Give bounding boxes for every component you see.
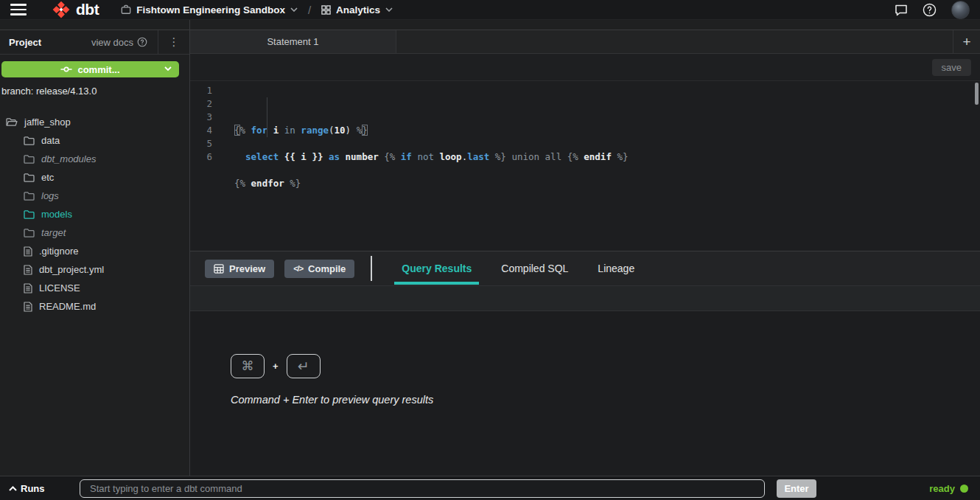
chat-icon[interactable]: [895, 4, 908, 16]
dbt-logo: dbt: [52, 0, 99, 19]
folder-icon: [24, 228, 35, 237]
main-top-spacer: [190, 20, 980, 30]
tree-item-label: README.md: [39, 301, 96, 312]
tree-item-label: dbt_project.yml: [39, 264, 104, 275]
workspace: Project view docs ⋮: [0, 20, 980, 476]
commit-button[interactable]: commit...: [1, 61, 179, 77]
project-selector[interactable]: Fishtown Engineering Sandbox: [121, 4, 298, 15]
folder-icon: [24, 209, 35, 219]
tree-item--gitignore[interactable]: .gitignore: [0, 242, 189, 260]
help-icon[interactable]: [923, 3, 937, 17]
new-tab-button[interactable]: +: [953, 30, 980, 53]
tree-item-dbt-project-yml[interactable]: dbt_project.yml: [0, 260, 189, 279]
tree-item-dbt-modules[interactable]: dbt_modules: [0, 150, 189, 168]
runs-toggle[interactable]: Runs: [9, 483, 80, 494]
results-header-divider: [371, 256, 372, 281]
chevron-up-icon: [9, 486, 17, 491]
line-number-gutter: 123456: [190, 81, 223, 251]
code-editor[interactable]: 123456 {% for i in range(10) %} select {…: [190, 81, 980, 251]
enter-key-icon: ↵: [287, 354, 321, 378]
chevron-down-icon: [290, 7, 298, 12]
runs-label: Runs: [21, 483, 45, 494]
tree-item-license[interactable]: LICENSE: [0, 279, 189, 297]
compile-button-label: Compile: [308, 263, 346, 274]
plus-separator: +: [273, 361, 279, 372]
folder-icon: [24, 173, 35, 182]
indent-guide: [267, 97, 267, 137]
code-line: {% endfor %}: [234, 177, 980, 190]
tree-item-logs[interactable]: logs: [0, 187, 189, 205]
tree-item-label: data: [41, 135, 60, 146]
view-docs-label: view docs: [91, 37, 133, 48]
commit-row: commit...: [0, 55, 189, 77]
tabbar-spacer: [396, 30, 953, 53]
line-number: 3: [190, 111, 212, 124]
file-icon: [24, 265, 32, 275]
environment-name: Analytics: [336, 4, 380, 15]
sidebar-header: Project view docs ⋮: [0, 30, 189, 55]
results-panel: Preview </> Compile Query ResultsCompile…: [190, 251, 980, 476]
line-number: 6: [190, 150, 212, 164]
folder-icon: [24, 154, 35, 164]
environment-selector[interactable]: Analytics: [321, 4, 393, 15]
status-dot: [960, 485, 968, 493]
breadcrumb-separator: /: [308, 4, 311, 16]
branch-label: branch: release/4.13.0: [1, 86, 189, 97]
tree-item-target[interactable]: target: [0, 223, 189, 242]
tree-item-data[interactable]: data: [0, 131, 189, 150]
tree-item-readme-md[interactable]: README.md: [0, 297, 189, 316]
status-indicator: ready: [929, 483, 968, 494]
tab-lineage[interactable]: Lineage: [598, 251, 634, 285]
folder-icon: [24, 136, 35, 145]
line-number: 1: [190, 84, 212, 97]
file-icon: [24, 246, 32, 257]
chevron-down-icon: [385, 7, 393, 12]
tree-item-label: dbt_modules: [41, 153, 96, 164]
editor-pane: Statement 1 + save 123456 {% for i in ra…: [190, 20, 980, 476]
hamburger-menu-icon[interactable]: [10, 4, 27, 15]
enter-button[interactable]: Enter: [777, 479, 816, 498]
editor-scrollbar[interactable]: [975, 83, 979, 105]
folder-open-icon: [6, 117, 18, 127]
sidebar-top-spacer: [0, 20, 189, 30]
preview-button[interactable]: Preview: [205, 260, 274, 278]
code-line: [234, 164, 980, 177]
code-line: [234, 190, 980, 204]
tree-item-jaffle-shop[interactable]: jaffle_shop: [0, 113, 189, 131]
tab-compiled-sql[interactable]: Compiled SQL: [501, 251, 568, 285]
code-content: {% for i in range(10) %} select {{ i }} …: [223, 81, 980, 251]
tree-item-label: target: [41, 227, 66, 238]
editor-toolbar: save: [190, 54, 980, 81]
line-number: 2: [190, 97, 212, 111]
tab-query-results[interactable]: Query Results: [402, 251, 472, 285]
save-button[interactable]: save: [932, 59, 971, 76]
kebab-menu-icon[interactable]: ⋮: [158, 35, 189, 49]
compile-button[interactable]: </> Compile: [284, 260, 354, 278]
code-line: [234, 137, 980, 150]
topbar-actions: [895, 1, 970, 19]
briefcase-icon: [121, 4, 131, 15]
tree-item-label: logs: [41, 190, 59, 201]
file-explorer-sidebar: Project view docs ⋮: [0, 20, 190, 476]
command-key-icon: ⌘: [231, 354, 265, 378]
tree-item-models[interactable]: models: [0, 205, 189, 223]
status-label: ready: [929, 483, 955, 494]
view-docs-link[interactable]: view docs: [91, 37, 147, 48]
tab-statement-1[interactable]: Statement 1: [190, 30, 396, 53]
tree-item-label: LICENSE: [39, 282, 80, 294]
top-navigation-bar: dbt Fishtown Engineering Sandbox /: [0, 0, 980, 20]
tab-title: Statement 1: [267, 36, 318, 47]
breadcrumb: Fishtown Engineering Sandbox / Analytics: [121, 4, 393, 16]
results-header: Preview </> Compile Query ResultsCompile…: [190, 251, 980, 286]
line-number: 5: [190, 137, 212, 150]
dbt-command-input[interactable]: [80, 479, 765, 498]
table-icon: [214, 264, 224, 274]
user-avatar[interactable]: [951, 1, 970, 19]
git-commit-icon: [60, 66, 72, 73]
code-line: {% for i in range(10) %}: [234, 124, 980, 137]
dbt-logo-text: dbt: [76, 1, 99, 18]
dbt-ide-window: dbt Fishtown Engineering Sandbox /: [0, 0, 980, 500]
command-bar: Runs Enter ready: [0, 476, 980, 500]
sidebar-title: Project: [9, 37, 41, 48]
tree-item-etc[interactable]: etc: [0, 168, 189, 187]
